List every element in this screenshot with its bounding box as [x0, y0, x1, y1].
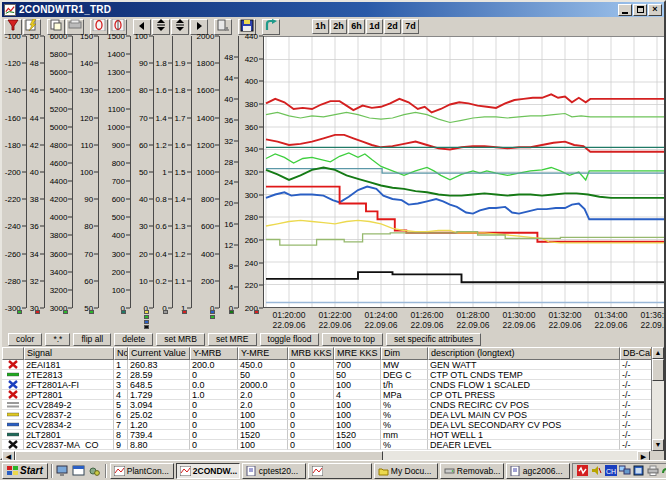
window-blue-icon[interactable]	[633, 465, 645, 477]
trend-curve-blue[interactable]	[266, 187, 664, 220]
axis-tick: 16	[224, 220, 238, 229]
maximize-button[interactable]	[633, 4, 647, 16]
time-range-button-2h[interactable]: 2h	[330, 19, 347, 34]
axis-tick-label: 1.5	[174, 168, 186, 177]
toolbar-button-fit-vertical-b[interactable]	[171, 19, 189, 35]
vscroll-track[interactable]	[652, 359, 664, 439]
cell-description-longtext-: DEA LVL SECONDARY CV POS	[428, 420, 620, 430]
action-button-delete[interactable]: delete	[114, 333, 153, 346]
task-button-agc2006-[interactable]: agc2006...	[506, 463, 570, 479]
axis-tick-label: 800	[112, 158, 126, 167]
table-row-2PT2801[interactable]: 2PT280141.7291.02.004MPaCP OTL PRESS-/-	[2, 390, 651, 400]
cell-current-value: 1.20	[128, 420, 190, 430]
speaker-icon[interactable]	[591, 465, 603, 477]
task-button-my-docu-[interactable]: My Docu...	[374, 463, 438, 479]
network-icon[interactable]	[619, 465, 631, 477]
scroll-down-icon[interactable]: ▼	[652, 439, 664, 451]
column-header-mre-kks[interactable]: MRE KKS	[334, 347, 381, 360]
chart-area[interactable]	[264, 36, 664, 308]
action-button--[interactable]: *.*	[45, 333, 70, 346]
desktop-icon[interactable]	[56, 464, 70, 478]
column-header-db-calcf[interactable]: DB-CalcF	[620, 347, 651, 360]
table-row-2CV2837-MA_CO[interactable]: 2CV2837-MA_CO98.8001000100%DEAER LEVEL-/…	[2, 440, 651, 450]
time-label-date: 22.09.06	[401, 320, 453, 330]
toolbar-button-nav-back[interactable]	[262, 19, 280, 35]
trend-curve-black[interactable]	[266, 272, 664, 282]
window-title: 2CONDWTR1_TRD	[19, 4, 617, 15]
minimize-button[interactable]	[618, 4, 632, 16]
task-button-cptest20-[interactable]: cptest20...	[242, 463, 306, 479]
column-header-no[interactable]: No	[114, 347, 128, 360]
printer-icon[interactable]	[647, 465, 659, 477]
task-button-removab-[interactable]: Removab...	[440, 463, 504, 479]
alarm-red-icon[interactable]	[577, 465, 589, 477]
task-button-plantcon-[interactable]: PlantCon...	[110, 463, 174, 479]
axis-tick: 260	[245, 236, 263, 245]
table-vertical-scrollbar[interactable]: ▲ ▼	[651, 347, 664, 451]
table-row-2TE2813[interactable]: 2TE2813228.59050050DEG CCTP OTL CNDS TEM…	[2, 370, 651, 380]
time-range-button-6h[interactable]: 6h	[348, 19, 365, 34]
cell-signal: 2FT2801A-FI	[24, 380, 114, 390]
task-button-icon-only[interactable]	[308, 463, 372, 479]
titlebar[interactable]: 2CONDWTR1_TRD ×	[2, 2, 664, 17]
column-header-current-value[interactable]: Current Value	[128, 347, 190, 360]
trend-curve-green-wiggly[interactable]	[266, 153, 664, 180]
close-button[interactable]: ×	[648, 4, 662, 16]
vscroll-thumb[interactable]	[652, 359, 664, 381]
time-range-button-2d[interactable]: 2d	[384, 19, 401, 34]
table-row-2LT2801[interactable]: 2LT28018739.40152001520mmHOT WELL 1-/-	[2, 430, 651, 440]
axis-tick-label: 400	[201, 249, 215, 258]
axis-tick-label: 4000	[50, 213, 69, 222]
axis-tick-label: 4800	[50, 140, 69, 149]
action-button-set-mre[interactable]: set MRE	[208, 333, 257, 346]
axis-tick: 42	[30, 140, 44, 149]
trend-curve-lightgreen-upper[interactable]	[266, 112, 664, 122]
axis-tick-label: 200	[112, 267, 126, 276]
lang-ch-icon[interactable]: CH	[605, 465, 617, 477]
action-button-flip-all[interactable]: flip all	[73, 333, 111, 346]
table-row-2EAI181[interactable]: 2EAI1811260.83200.0450.00700MWGEN WATT-/…	[2, 360, 651, 370]
cell-db-calcf: -/-	[620, 410, 651, 420]
cell-mre-kks: 50	[334, 370, 381, 380]
action-button-set-mrb[interactable]: set MRB	[156, 333, 205, 346]
axis-tick: 140	[80, 59, 98, 68]
axis-tick-label: 1.4	[174, 195, 186, 204]
toolbar-button-fit-vertical-a[interactable]	[152, 19, 170, 35]
task-button-2condw-[interactable]: 2CONDW...	[176, 463, 240, 479]
time-range-button-1h[interactable]: 1h	[312, 19, 329, 34]
column-header-dim[interactable]: Dim	[381, 347, 428, 360]
column-header-y-mre[interactable]: Y-MRE	[238, 347, 288, 360]
table-row-2FT2801A-FI[interactable]: 2FT2801A-FI3648.50.02000.00100t/hCNDS FL…	[2, 380, 651, 390]
column-header-y-mrb[interactable]: Y-MRB	[190, 347, 238, 360]
cell-dim: DEG C	[381, 370, 428, 380]
action-button-set-specific-attributes[interactable]: set specific attributes	[386, 333, 481, 346]
time-label-time: 01:30:00	[493, 310, 545, 320]
action-button-move-to-top[interactable]: move to top	[322, 333, 382, 346]
table-row-2CV2834-2[interactable]: 2CV2834-271.2001000100%DEA LVL SECONDARY…	[2, 420, 651, 430]
action-button-color[interactable]: color	[8, 333, 42, 346]
axis-tick: 44	[224, 73, 238, 82]
table-row-2CV2837-2[interactable]: 2CV2837-2625.0201000100%DEA LVL MAIN CV …	[2, 410, 651, 420]
trend-curve-red-upper[interactable]	[266, 94, 664, 112]
column-header-signal[interactable]: Signal	[24, 347, 114, 360]
column-header-icon[interactable]	[2, 347, 24, 360]
cell-description-longtext-: CP OTL PRESS	[428, 390, 620, 400]
column-header-description-longtext-[interactable]: description (longtext)	[428, 347, 620, 360]
start-button[interactable]: Start	[2, 463, 48, 479]
y-axis-10: 48444036322824201612840	[220, 36, 239, 308]
cell-description-longtext-: CTP OTL CNDS TEMP	[428, 370, 620, 380]
time-range-button-7d[interactable]: 7d	[402, 19, 419, 34]
table-row-2CV2849-2[interactable]: 2CV2849-253.09402.00100%CNDS RECIRC CV P…	[2, 400, 651, 410]
axis-tick-label: 0.8	[156, 195, 168, 204]
window-icon[interactable]	[72, 464, 86, 478]
svg-text:CH: CH	[606, 468, 616, 475]
cell-y-mre: 100	[238, 420, 288, 430]
status-green-icon[interactable]	[661, 465, 666, 477]
cell-dim: MW	[381, 360, 428, 370]
scroll-up-icon[interactable]: ▲	[652, 347, 664, 359]
time-range-button-1d[interactable]: 1d	[366, 19, 383, 34]
gears-icon[interactable]	[88, 464, 102, 478]
action-button-toggle-flood[interactable]: toggle flood	[260, 333, 320, 346]
app-icon	[4, 4, 16, 16]
column-header-mrb-kks[interactable]: MRB KKS	[288, 347, 334, 360]
